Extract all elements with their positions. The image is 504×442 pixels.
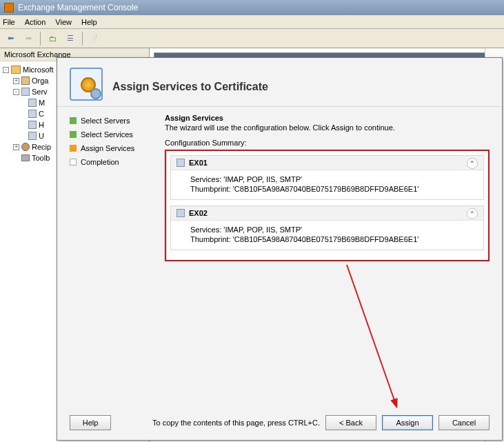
server-services: Services: 'IMAP, POP, IIS, SMTP' (190, 225, 476, 234)
expander-icon[interactable]: + (13, 78, 19, 84)
section-title: Assign Services (165, 114, 490, 122)
back-button[interactable]: < Back (325, 415, 376, 430)
server-thumbprint: Thumbprint: 'C8B10F5A98A87040BE075179B69… (190, 184, 476, 194)
step-current-icon (70, 145, 77, 152)
menu-action[interactable]: Action (25, 18, 46, 26)
tree-org-label: Orga (32, 75, 48, 86)
server-thumbprint: Thumbprint: 'C8B10F5A98A87040BE075179B69… (190, 234, 476, 244)
step-label: Select Servers (81, 117, 130, 125)
tree-tool-label: Toolb (32, 152, 50, 163)
recipient-icon (21, 143, 30, 151)
window-title: Exchange Management Console (18, 3, 138, 12)
server-icon (177, 209, 185, 217)
wizard-dialog: Assign Services to Certificate Select Se… (57, 57, 503, 441)
server-name: EX02 (189, 209, 208, 217)
server-header[interactable]: EX02 ⌃ (171, 206, 483, 221)
collapse-icon[interactable]: ⌃ (467, 208, 478, 219)
step-completion: Completion (70, 158, 152, 166)
server-block: EX02 ⌃ Services: 'IMAP, POP, IIS, SMTP' … (170, 205, 484, 250)
step-label: Assign Services (81, 144, 134, 152)
help-icon[interactable]: ❔ (87, 31, 102, 46)
server-icon (28, 99, 37, 107)
server-details: Services: 'IMAP, POP, IIS, SMTP' Thumbpr… (171, 170, 483, 199)
step-select-servers: Select Servers (70, 117, 152, 125)
expander-icon[interactable]: - (3, 67, 9, 73)
menubar: File Action View Help (0, 15, 504, 29)
tree-item-label: C (39, 108, 44, 119)
toolbar-separator (40, 32, 41, 46)
step-done-icon (70, 131, 77, 138)
server-services: Services: 'IMAP, POP, IIS, SMTP' (190, 174, 476, 184)
step-select-services: Select Services (70, 130, 152, 139)
toolbar: ⬅ ➡ 🗀 ☰ ❔ (0, 29, 504, 48)
cancel-button[interactable]: Cancel (439, 415, 490, 430)
tree-item-label: H (39, 119, 44, 130)
help-button[interactable]: Help (70, 415, 111, 430)
copy-note: To copy the contents of this page, press… (152, 419, 325, 427)
app-icon (4, 3, 14, 12)
tree-item-label: M (39, 97, 45, 108)
toolbox-icon (21, 154, 30, 161)
server-icon (28, 121, 37, 129)
step-pending-icon (70, 159, 77, 165)
dialog-title: Assign Services to Certificate (112, 81, 268, 93)
tree-item-label: U (39, 130, 44, 141)
server-name: EX01 (189, 159, 208, 167)
server-icon (177, 159, 185, 167)
dialog-body: Select Servers Select Services Assign Se… (57, 107, 502, 408)
collapse-icon[interactable]: ⌃ (467, 158, 478, 169)
step-label: Select Services (81, 130, 133, 139)
org-icon (21, 77, 30, 85)
tree-serv-label: Serv (32, 86, 48, 97)
menu-view[interactable]: View (55, 18, 72, 26)
properties-icon[interactable]: ☰ (63, 31, 78, 46)
server-icon (28, 110, 37, 118)
assign-button[interactable]: Assign (382, 415, 433, 430)
config-summary-box: EX01 ⌃ Services: 'IMAP, POP, IIS, SMTP' … (165, 150, 490, 261)
tree-root-label: Microsoft (23, 64, 54, 75)
step-assign-services: Assign Services (70, 144, 152, 152)
dialog-footer: Help To copy the contents of this page, … (57, 408, 502, 440)
step-label: Completion (81, 158, 119, 166)
expander-icon[interactable]: + (13, 144, 19, 150)
toolbar-separator (82, 32, 83, 46)
server-icon (28, 132, 37, 140)
parent-window-titlebar: Exchange Management Console (0, 0, 504, 15)
server-details: Services: 'IMAP, POP, IIS, SMTP' Thumbpr… (171, 221, 483, 250)
config-summary-label: Configuration Summary: (165, 139, 490, 147)
expander-icon[interactable]: - (13, 89, 19, 95)
wizard-steps: Select Servers Select Services Assign Se… (70, 114, 152, 408)
section-subtitle: The wizard will use the configuration be… (165, 123, 490, 132)
tree-recip-label: Recip (32, 141, 51, 152)
menu-file[interactable]: File (3, 18, 15, 26)
up-button-icon[interactable]: 🗀 (45, 31, 60, 46)
wizard-content: Assign Services The wizard will use the … (165, 114, 490, 408)
dialog-header: Assign Services to Certificate (57, 58, 502, 107)
forward-button-icon: ➡ (21, 31, 36, 46)
server-icon (21, 88, 30, 96)
folder-icon (11, 66, 21, 74)
server-block: EX01 ⌃ Services: 'IMAP, POP, IIS, SMTP' … (170, 155, 484, 200)
server-header[interactable]: EX01 ⌃ (171, 156, 483, 170)
menu-help[interactable]: Help (81, 18, 97, 26)
back-button-icon[interactable]: ⬅ (3, 31, 18, 46)
wizard-icon (70, 68, 103, 101)
step-done-icon (70, 117, 77, 124)
